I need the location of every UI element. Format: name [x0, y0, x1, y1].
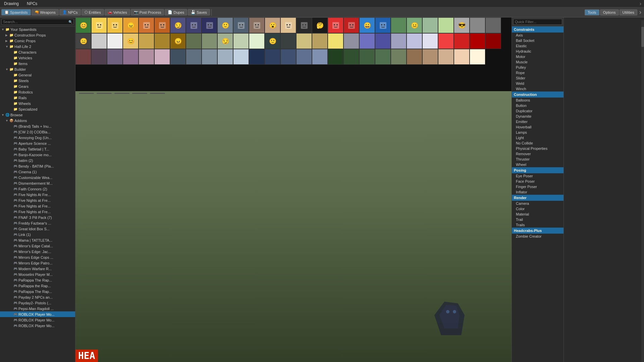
sprite-cell-43[interactable]	[328, 33, 343, 49]
sprite-cell-14[interactable]	[296, 17, 312, 33]
tree-item-addon-28[interactable]: 🎮 PaRappa the Rap...	[0, 283, 75, 289]
rp-item-1-4[interactable]: Emitter	[512, 119, 564, 124]
rp-item-3-1[interactable]: Color	[512, 206, 564, 212]
sprite-cell-58[interactable]	[139, 49, 154, 65]
sprite-cell-29[interactable]	[107, 33, 123, 49]
sprite-cell-39[interactable]: 🙂	[265, 33, 280, 49]
tree-item-addon-19[interactable]: 🎮 Link (1)	[0, 232, 75, 237]
toolbar-btn-utilities[interactable]: Utilities	[620, 9, 637, 15]
sprite-cell-76[interactable]	[422, 49, 438, 65]
sprite-cell-30[interactable]: 😊	[123, 33, 139, 49]
rp-item-0-1[interactable]: Ball Socket	[512, 38, 564, 43]
tree-item-addon-11[interactable]: 🎮 Faith Connors (2)	[0, 186, 75, 192]
sprite-cell-3[interactable]: 😠	[123, 17, 139, 33]
toolbar-expander-icon[interactable]: ›	[638, 9, 643, 16]
sprite-cell-9[interactable]: 🙂	[217, 17, 233, 33]
tree-container[interactable]: ▼ 📁 Your Spawnlists ▶ 📁 Construction Pro…	[0, 26, 75, 362]
rp-item-3-0[interactable]: Camera	[512, 201, 564, 206]
rp-item-1-8[interactable]: No Collide	[512, 140, 564, 146]
rp-section-constraints[interactable]: Constraints	[512, 26, 564, 33]
sprite-cell-18[interactable]: 😀	[359, 17, 375, 33]
rp-item-0-5[interactable]: Muscle	[512, 59, 564, 65]
rp-item-1-5[interactable]: Hoverball	[512, 124, 564, 130]
sprite-cell-49[interactable]	[422, 33, 438, 49]
tree-item-addon-5[interactable]: 🎮 Banjo-Kazooie mo...	[0, 152, 75, 158]
rp-item-1-6[interactable]: Lamps	[512, 130, 564, 135]
rp-section-headcrabs[interactable]: Headcrabs-Plus	[512, 228, 564, 234]
tree-item-vehicles[interactable]: 📁 Vehicles	[0, 55, 75, 61]
sprite-cell-13[interactable]	[280, 17, 296, 33]
tree-item-halflife2[interactable]: ▼ 📁 Half-Life 2	[0, 44, 75, 49]
tree-item-builder[interactable]: ▼ 📁 Builder	[0, 66, 75, 72]
sprite-cell-52[interactable]	[470, 33, 485, 49]
sprite-cell-53[interactable]	[485, 33, 501, 49]
sprite-cell-68[interactable]	[296, 49, 312, 65]
sprite-cell-75[interactable]	[407, 49, 422, 65]
tree-item-addon-26[interactable]: 🎮 Mooselini Player M...	[0, 272, 75, 277]
tree-item-addon-23[interactable]: 🎮 Mirrors Edge Cops ...	[0, 254, 75, 260]
sprite-cell-16[interactable]	[328, 17, 343, 33]
sprite-cell-74[interactable]	[391, 49, 407, 65]
sprite-cell-27[interactable]: 😑	[75, 33, 91, 49]
sprite-cell-36[interactable]: 😏	[217, 33, 233, 49]
rp-item-0-4[interactable]: Motor	[512, 54, 564, 59]
sprite-cell-41[interactable]	[296, 33, 312, 49]
rp-item-4-0[interactable]: Zombie Creator	[512, 234, 564, 239]
tree-item-addon-30[interactable]: 🎮 Payday 2 NPCs an...	[0, 294, 75, 300]
sprite-cell-63[interactable]	[217, 49, 233, 65]
tree-item-addon-20[interactable]: 🎮 Mama | TATTLETA...	[0, 237, 75, 243]
tree-item-addon-31[interactable]: 🎮 Payday2- Pistols (...	[0, 300, 75, 306]
tree-item-addon-9[interactable]: 🎮 Customizable Wea...	[0, 175, 75, 180]
rp-item-1-3[interactable]: Dynamite	[512, 114, 564, 119]
tree-item-addon-29[interactable]: 🎮 PaRappa The Rap...	[0, 289, 75, 294]
sprite-cell-46[interactable]	[375, 33, 391, 49]
tree-item-addon-27[interactable]: 🎮 PaRappa The Rap...	[0, 277, 75, 283]
tree-item-rails[interactable]: 📁 Rails	[0, 95, 75, 101]
tree-item-addon-2[interactable]: 🎮 Annoying Dog (Un...	[0, 135, 75, 140]
sprite-cell-70[interactable]	[328, 49, 343, 65]
tree-item-addon-4[interactable]: 🎮 Baby Tattletail | T...	[0, 146, 75, 152]
toolbar-btn-spawnlists[interactable]: 📋 Spawnlists	[1, 9, 31, 15]
sprite-cell-40[interactable]	[280, 33, 296, 49]
rp-item-0-8[interactable]: Slider	[512, 75, 564, 81]
tree-item-comic-props[interactable]: ▶ 📁 Comic Props	[0, 38, 75, 44]
rp-item-3-4[interactable]: Trails	[512, 222, 564, 228]
rp-item-0-7[interactable]: Rope	[512, 70, 564, 75]
toolbar-btn-saves[interactable]: 💾 Saves	[188, 9, 210, 15]
tree-item-addon-32[interactable]: 🎮 Pepsi-Man Ragdoll ...	[0, 306, 75, 311]
rp-item-2-1[interactable]: Face Poser	[512, 179, 564, 184]
sprite-cell-44[interactable]	[343, 33, 359, 49]
sprite-cell-60[interactable]	[170, 49, 186, 65]
rp-item-2-3[interactable]: Inflator	[512, 189, 564, 195]
rp-item-2-2[interactable]: Finger Poser	[512, 184, 564, 189]
tree-item-addon-16[interactable]: 🎮 FNAF 3 Pill Pack (7)	[0, 215, 75, 220]
rp-item-1-9[interactable]: Physical Properties	[512, 146, 564, 151]
sprite-cell-6[interactable]: 😏	[170, 17, 186, 33]
tree-item-addon-24[interactable]: 🎮 Mirrors Edge Patro...	[0, 260, 75, 266]
rp-item-3-2[interactable]: Material	[512, 212, 564, 217]
sprite-cell-4[interactable]	[139, 17, 154, 33]
sprite-cell-22[interactable]	[422, 17, 438, 33]
sprite-cell-48[interactable]	[407, 33, 422, 49]
sprite-cell-20[interactable]	[391, 17, 407, 33]
tree-item-items[interactable]: 📁 Items	[0, 61, 75, 66]
sprite-cell-47[interactable]	[391, 33, 407, 49]
menu-drawing[interactable]: Drawing	[3, 1, 20, 7]
rp-item-1-2[interactable]: Duplicator	[512, 108, 564, 114]
sprite-cell-77[interactable]	[438, 49, 454, 65]
toolbar-btn-dupes[interactable]: 📄 Dupes	[165, 9, 187, 15]
toolbar-btn-options[interactable]: Options	[600, 9, 619, 15]
sprite-cell-34[interactable]	[186, 33, 202, 49]
tree-item-steels[interactable]: 📁 Steels	[0, 78, 75, 83]
sprite-cell-65[interactable]	[249, 49, 265, 65]
sprite-cell-1[interactable]	[91, 17, 107, 33]
toolbar-btn-entities[interactable]: ⬡ Entities	[82, 9, 104, 15]
tree-item-robotics[interactable]: 📁 Robotics	[0, 89, 75, 95]
tree-item-addon-33[interactable]: 🎮 ROBLOX Player Mo...	[0, 311, 75, 317]
tree-item-characters[interactable]: 📁 Characters	[0, 49, 75, 55]
rp-section-posing[interactable]: Posing	[512, 167, 564, 173]
tree-item-addon-22[interactable]: 🎮 Mirror's Edge: Jac...	[0, 249, 75, 254]
rp-item-0-0[interactable]: Axis	[512, 33, 564, 38]
sprite-cell-24[interactable]: 😎	[454, 17, 470, 33]
tree-item-specialized[interactable]: 📁 Specialized	[0, 106, 75, 112]
